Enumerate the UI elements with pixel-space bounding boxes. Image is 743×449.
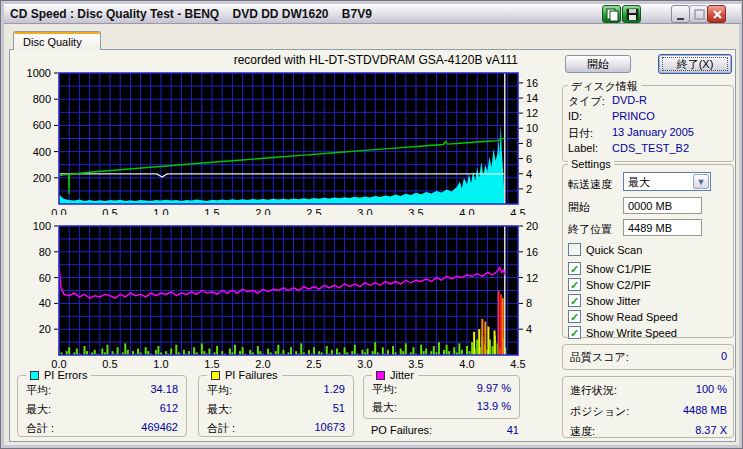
svg-text:200: 200 [33, 172, 51, 184]
jitter-title: Jitter [390, 369, 414, 381]
svg-text:3.0: 3.0 [357, 207, 372, 215]
app-window: CD Speed : Disc Quality Test - BENQ DVD … [0, 0, 743, 449]
jitter-max-value: 13.9 % [477, 400, 511, 412]
jitter-max-label: 最大: [372, 400, 397, 415]
svg-text:0.5: 0.5 [102, 207, 117, 215]
start-button[interactable]: 開始 [565, 55, 631, 73]
disc-date-value: 13 January 2005 [612, 126, 694, 138]
disc-type-label: タイプ: [568, 94, 605, 109]
svg-text:60: 60 [39, 272, 51, 284]
pif-avg-value: 1.29 [324, 383, 345, 395]
disc-info-title: ディスク情報 [568, 79, 641, 94]
pi-errors-stats-box: PI Errors 平均: 34.18 最大: 612 合計 : 469462 [17, 375, 187, 437]
svg-text:12: 12 [526, 272, 538, 284]
jitter-color-swatch [376, 371, 385, 380]
show-write-speed-label: Show Write Speed [586, 327, 677, 339]
save-button[interactable] [622, 5, 641, 23]
pif-max-value: 51 [333, 402, 345, 414]
pi-failures-jitter-chart: 20406080100481216200.00.51.01.52.02.53.0… [13, 217, 558, 369]
close-button[interactable] [707, 5, 726, 23]
show-jitter-label: Show Jitter [586, 295, 640, 307]
svg-text:80: 80 [39, 246, 51, 258]
svg-text:4.5: 4.5 [510, 207, 525, 215]
svg-text:1.0: 1.0 [153, 358, 168, 369]
svg-text:800: 800 [33, 93, 51, 105]
pi-failures-stats-box: PI Failures 平均: 1.29 最大: 51 合計 : 10673 [198, 375, 354, 437]
disc-type-value: DVD-R [612, 94, 647, 106]
copy-button[interactable] [602, 5, 621, 23]
svg-text:0.0: 0.0 [51, 207, 66, 215]
transfer-speed-label: 転送速度 [568, 177, 612, 192]
chevron-down-icon[interactable]: ▼ [693, 174, 709, 189]
quality-score-value: 0 [641, 350, 727, 362]
pie-avg-label: 平均: [26, 383, 51, 398]
pi-failures-color-swatch [211, 371, 220, 380]
show-c2pif-checkbox[interactable]: ✓ [568, 278, 581, 291]
svg-text:3.0: 3.0 [357, 358, 372, 369]
pi-errors-chart: 20040060080010002468101214160.00.51.01.5… [13, 63, 558, 215]
tab-disc-quality[interactable]: Disc Quality [13, 31, 101, 50]
show-c2pif-label: Show C2/PIF [586, 279, 651, 291]
end-pos-field[interactable]: 4489 MB [623, 219, 702, 236]
svg-text:20: 20 [39, 323, 51, 335]
position-value: 4488 MB [641, 404, 727, 416]
svg-text:2.5: 2.5 [306, 358, 321, 369]
disc-label-label: Label: [568, 142, 598, 154]
svg-text:16: 16 [526, 77, 538, 89]
pif-total-value: 10673 [314, 421, 345, 433]
svg-text:0.0: 0.0 [51, 358, 66, 369]
disc-date-label: 日付: [568, 126, 593, 141]
settings-title: Settings [568, 158, 614, 170]
position-label: ポジション: [570, 404, 629, 419]
show-read-speed-checkbox[interactable]: ✓ [568, 310, 581, 323]
quick-scan-label: Quick Scan [586, 244, 642, 256]
svg-text:1.5: 1.5 [204, 207, 219, 215]
pif-max-label: 最大: [207, 402, 232, 417]
jitter-stats-box: Jitter 平均: 9.97 % 最大: 13.9 % [363, 375, 520, 419]
svg-text:4: 4 [526, 168, 532, 180]
start-pos-label: 開始 [568, 200, 590, 215]
svg-text:4.0: 4.0 [459, 358, 474, 369]
speed-value: 8.37 X [641, 424, 727, 436]
show-read-speed-label: Show Read Speed [586, 311, 678, 323]
svg-text:14: 14 [526, 92, 538, 104]
disc-id-label: ID: [568, 110, 582, 122]
svg-text:4.0: 4.0 [459, 207, 474, 215]
pi-errors-title: PI Errors [44, 369, 87, 381]
quality-score-label: 品質スコア: [570, 350, 629, 365]
progress-label: 進行状況: [570, 383, 617, 398]
svg-text:100: 100 [33, 220, 51, 232]
svg-text:3.5: 3.5 [408, 207, 423, 215]
pi-failures-title: PI Failures [225, 369, 278, 381]
jitter-avg-label: 平均: [372, 382, 397, 397]
show-jitter-checkbox[interactable]: ✓ [568, 294, 581, 307]
pie-total-value: 469462 [141, 421, 178, 433]
quick-scan-checkbox[interactable] [568, 243, 581, 256]
minimize-button[interactable] [671, 5, 690, 23]
show-write-speed-checkbox[interactable]: ✓ [568, 326, 581, 339]
end-pos-label: 終了位置 [568, 222, 612, 237]
transfer-speed-select[interactable]: 最大 ▼ [623, 172, 711, 191]
disc-id-value: PRINCO [612, 110, 655, 122]
pi-errors-color-swatch [30, 371, 39, 380]
tab-label: Disc Quality [23, 36, 82, 48]
window-title: CD Speed : Disc Quality Test - BENQ DVD … [10, 7, 372, 21]
svg-text:0.5: 0.5 [102, 358, 117, 369]
pie-total-label: 合計 : [26, 421, 54, 436]
svg-text:4: 4 [526, 323, 532, 335]
svg-text:10: 10 [526, 122, 538, 134]
show-c1pie-label: Show C1/PIE [586, 263, 651, 275]
show-c1pie-checkbox[interactable]: ✓ [568, 262, 581, 275]
svg-text:1.0: 1.0 [153, 207, 168, 215]
maximize-button[interactable] [689, 5, 708, 23]
exit-button[interactable]: 終了(X) [658, 54, 732, 74]
pie-max-label: 最大: [26, 402, 51, 417]
svg-text:400: 400 [33, 146, 51, 158]
jitter-avg-value: 9.97 % [477, 382, 511, 394]
svg-text:1000: 1000 [27, 67, 51, 79]
svg-text:40: 40 [39, 297, 51, 309]
svg-text:8: 8 [526, 297, 532, 309]
svg-text:2.0: 2.0 [255, 207, 270, 215]
svg-text:600: 600 [33, 119, 51, 131]
start-pos-field[interactable]: 0000 MB [623, 197, 702, 214]
